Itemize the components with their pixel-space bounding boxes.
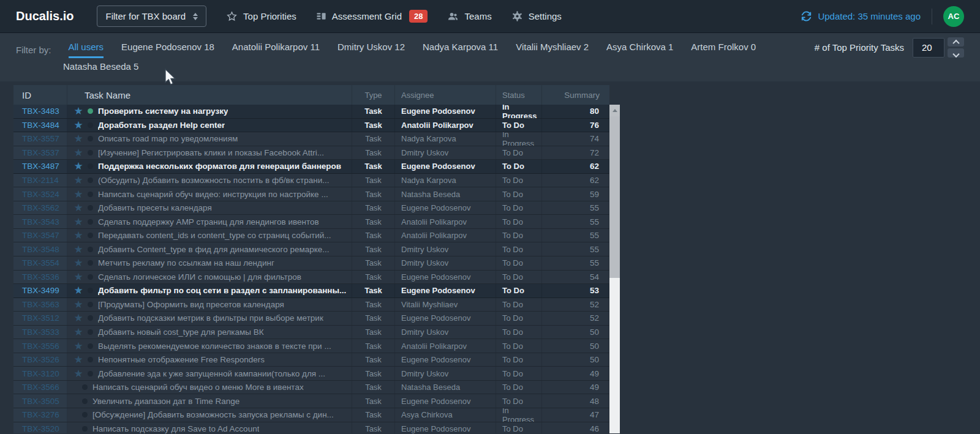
star-icon[interactable]: ★	[72, 148, 85, 158]
star-icon[interactable]: ★	[72, 299, 85, 310]
task-id-link[interactable]: TBX-3533	[22, 327, 59, 337]
task-row[interactable]: TBX-3484★Доработать раздел Help centerTa…	[13, 119, 609, 133]
task-id-link[interactable]: TBX-3543	[22, 217, 59, 226]
column-header-assignee[interactable]: Assignee	[395, 85, 496, 105]
task-row[interactable]: TBX-3537★[Изучение] Регистрировать клики…	[13, 146, 609, 160]
filter-tab-nadya-karpova-11[interactable]: Nadya Karpova 11	[423, 42, 498, 58]
task-id-link[interactable]: TBX-3505	[22, 397, 59, 406]
task-row[interactable]: TBX-3554★Метчить рекламу по ссылкам на н…	[13, 256, 609, 271]
task-row[interactable]: TBX-3276[Обсуждение] Добавить возможност…	[13, 408, 609, 422]
increment-button[interactable]	[948, 37, 964, 47]
task-id-link[interactable]: TBX-3554	[22, 258, 59, 268]
filter-tab-all-users[interactable]: All users	[69, 42, 104, 58]
column-header-status[interactable]: Status	[496, 85, 542, 105]
gear-icon	[511, 10, 523, 22]
star-icon[interactable]: ★	[72, 327, 85, 337]
filter-tab-asya-chirkova-1[interactable]: Asya Chirkova 1	[606, 42, 673, 58]
task-id-link[interactable]: TBX-3524	[22, 190, 59, 199]
board-filter-dropdown[interactable]: Filter for TBX board	[97, 6, 206, 27]
star-icon[interactable]: ★	[72, 313, 85, 323]
star-icon[interactable]: ★	[72, 217, 85, 227]
filter-tab-vitalii-myshliaev-2[interactable]: Vitalii Myshliaev 2	[516, 42, 589, 58]
nav-settings[interactable]: Settings	[511, 10, 562, 22]
star-icon[interactable]: ★	[72, 369, 85, 379]
task-row[interactable]: TBX-3556★Выделять рекомендуемое количест…	[13, 339, 609, 353]
column-header-type[interactable]: Type	[352, 85, 395, 105]
filter-tab-dmitry-uskov-12[interactable]: Dmitry Uskov 12	[337, 42, 405, 58]
star-icon[interactable]: ★	[72, 120, 85, 130]
task-row[interactable]: TBX-3562★Добавить пресеты календаряTaskE…	[13, 201, 609, 215]
star-icon[interactable]: ★	[72, 189, 85, 200]
task-row[interactable]: TBX-3548★Добавить Content_type в фид для…	[13, 242, 609, 256]
task-row[interactable]: TBX-3533★Добавить новый cost_type для ре…	[13, 326, 609, 340]
task-row[interactable]: TBX-3566Написать сценарий обуч видео о м…	[13, 381, 609, 395]
star-icon[interactable]: ★	[72, 341, 85, 351]
task-row[interactable]: TBX-3563★[Продумать] Оформить вид пресет…	[13, 298, 609, 312]
task-row[interactable]: TBX-3536★Сделать логическое ИЛИ с помощь…	[13, 271, 609, 285]
star-icon[interactable]: ★	[72, 133, 85, 144]
task-id-link[interactable]: TBX-3536	[22, 272, 59, 282]
user-avatar[interactable]: AC	[943, 6, 964, 27]
filter-tab-artem-frolkov-0[interactable]: Artem Frolkov 0	[691, 42, 756, 58]
task-id-link[interactable]: TBX-3520	[22, 424, 59, 433]
task-id-link[interactable]: TBX-3537	[22, 148, 59, 157]
task-row[interactable]: TBX-3520Написать подсказку для Save to A…	[13, 422, 609, 433]
task-id-link[interactable]: TBX-2114	[22, 176, 59, 185]
task-id-link[interactable]: TBX-3276	[22, 410, 59, 419]
star-icon[interactable]: ★	[72, 244, 85, 255]
task-id-link[interactable]: TBX-3562	[22, 203, 59, 212]
star-icon[interactable]: ★	[72, 161, 85, 171]
filter-tab-anatolii-polikarpov-11[interactable]: Anatolii Polikarpov 11	[232, 42, 320, 58]
column-header-task-name[interactable]: Task Name	[67, 85, 352, 105]
task-row[interactable]: TBX-3547★Передавать content_ids и conten…	[13, 229, 609, 243]
task-row[interactable]: TBX-3499★Добавить фильтр по соц сети в р…	[13, 284, 609, 298]
updated-status[interactable]: Updated: 35 minutes ago	[818, 11, 921, 21]
task-row[interactable]: TBX-3483★Проверить систему на нагрузкуTa…	[13, 105, 609, 119]
task-row[interactable]: TBX-3120★Добавление эда к уже запущенной…	[13, 367, 609, 381]
task-row[interactable]: TBX-3526★Непонятные отображение Free Res…	[13, 353, 609, 367]
task-id-link[interactable]: TBX-3484	[22, 121, 59, 130]
star-icon[interactable]: ★	[72, 175, 85, 185]
task-id-link[interactable]: TBX-3547	[22, 231, 59, 240]
task-id-link[interactable]: TBX-3483	[22, 107, 59, 116]
star-icon[interactable]: ★	[72, 230, 85, 241]
star-icon[interactable]: ★	[72, 106, 85, 116]
scrollbar-thumb[interactable]	[609, 116, 620, 278]
filter-tab-natasha-beseda-5[interactable]: Natasha Beseda 5	[63, 61, 138, 72]
task-id-link[interactable]: TBX-3499	[22, 286, 59, 295]
star-icon[interactable]: ★	[72, 285, 85, 296]
task-row[interactable]: TBX-3505Увеличить диапазон дат в Time Ra…	[13, 394, 609, 408]
task-id-link[interactable]: TBX-3556	[22, 342, 59, 351]
column-header-summary[interactable]: Summary	[542, 85, 609, 105]
decrement-button[interactable]	[948, 48, 964, 58]
task-id-link[interactable]: TBX-3512	[22, 313, 59, 323]
top-priority-count-input[interactable]	[913, 38, 944, 58]
filter-tab-eugene-podosenov-18[interactable]: Eugene Podosenov 18	[121, 42, 214, 58]
nav-assessment-grid[interactable]: Assessment Grid28	[316, 10, 428, 23]
task-id-link[interactable]: TBX-3526	[22, 355, 59, 364]
app-logo[interactable]: Ducalis.io	[16, 9, 74, 23]
task-status: To Do	[496, 242, 542, 256]
task-id-link[interactable]: TBX-3120	[22, 369, 59, 378]
scroll-up-button[interactable]	[609, 105, 620, 116]
task-id-link[interactable]: TBX-3548	[22, 245, 59, 254]
star-icon[interactable]: ★	[72, 354, 85, 365]
star-icon[interactable]: ★	[72, 258, 85, 268]
star-icon[interactable]: ★	[72, 203, 85, 213]
nav-top-priorities[interactable]: Top Priorities	[226, 10, 296, 22]
vertical-scrollbar[interactable]	[609, 105, 620, 433]
task-row[interactable]: TBX-2114★(Обсудить) Добавить возможность…	[13, 174, 609, 188]
task-row[interactable]: TBX-3557★Описать road map по уведомления…	[13, 132, 609, 146]
task-id-link[interactable]: TBX-3563	[22, 300, 59, 309]
star-icon[interactable]: ★	[72, 272, 85, 282]
task-row[interactable]: TBX-3543★Сделать поддержку AMP страниц д…	[13, 215, 609, 229]
nav-teams[interactable]: Teams	[447, 10, 491, 22]
column-header-id[interactable]: ID	[13, 85, 67, 105]
task-id-link[interactable]: TBX-3566	[22, 383, 59, 392]
task-id-link[interactable]: TBX-3487	[22, 162, 59, 171]
task-row[interactable]: TBX-3524★Написать сценарий обуч видео: и…	[13, 187, 609, 201]
task-id-link[interactable]: TBX-3557	[22, 134, 59, 143]
task-row[interactable]: TBX-3512★Добавить подсказки метрик в фил…	[13, 312, 609, 326]
refresh-icon[interactable]	[801, 10, 812, 22]
task-row[interactable]: TBX-3487★Поддержка нескольких форматов д…	[13, 160, 609, 174]
